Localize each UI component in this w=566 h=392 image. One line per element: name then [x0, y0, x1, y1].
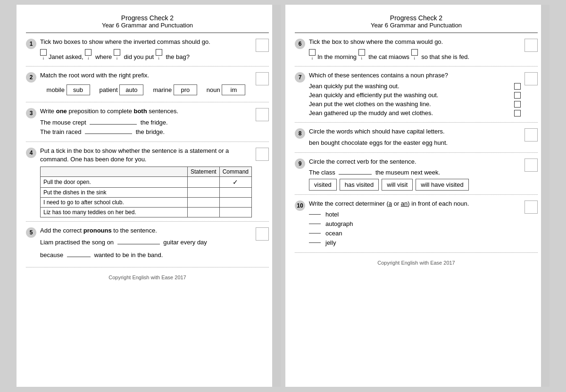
q6-cb3[interactable]: ↓ — [411, 49, 418, 60]
q9-opt2[interactable]: has visited — [340, 179, 379, 191]
table-row: Pull the door open. ✓ — [41, 176, 252, 187]
q2-word2: patient — [100, 86, 118, 93]
q10-noun4: jelly — [325, 239, 336, 246]
q9-opt3[interactable]: will visit — [382, 179, 413, 191]
page-2: Progress Check 2 Year 6 Grammar and Punc… — [285, 5, 549, 387]
q1-text: Tick two boxes to show where the inverte… — [40, 38, 252, 46]
q10-content: Write the correct determiner (a or an) i… — [309, 200, 521, 249]
q5-score — [256, 227, 269, 241]
question-1: 1 Tick two boxes to show where the inver… — [26, 38, 269, 67]
q4-content: Put a tick in the box to show whether th… — [40, 147, 252, 217]
q2-content: Match the root word with the right prefi… — [40, 71, 252, 98]
q10-number: 10 — [295, 200, 305, 211]
q10-row4: jelly — [309, 239, 521, 246]
question-3: 3 Write one preposition to complete both… — [26, 107, 269, 142]
table-row: Put the dishes in the sink — [41, 187, 252, 197]
q6-number: 6 — [295, 39, 305, 49]
q5-s2: because wanted to be in the band. — [40, 250, 252, 260]
q10-noun2: autograph — [325, 220, 353, 227]
q1-cb1[interactable]: ↓ — [40, 49, 47, 60]
q3-s1: The mouse crept the fridge. — [40, 119, 252, 126]
q2-words-row: mobile sub patient auto marine pro noun … — [40, 83, 252, 95]
q7-content: Which of these sentences contains a noun… — [309, 71, 521, 118]
q4-number: 4 — [26, 148, 36, 158]
q8-content: Circle the words which should have capit… — [309, 127, 521, 148]
q7-opt4-text: Jean gathered up the muddy and wet cloth… — [309, 109, 433, 117]
q7-number: 7 — [295, 72, 305, 83]
q3-score — [256, 108, 269, 121]
q7-opt2: Jean quickly and efficiently put the was… — [309, 92, 521, 99]
page-2-title: Progress Check 2 — [295, 14, 538, 22]
q5-s1: Liam practised the song on guitar every … — [40, 238, 252, 248]
q1-cb4[interactable]: ↓ — [156, 49, 162, 60]
q5-number: 5 — [26, 227, 36, 238]
q7-text: Which of these sentences contains a noun… — [309, 71, 521, 80]
question-7: 7 Which of these sentences contains a no… — [295, 71, 538, 123]
q9-number: 9 — [295, 158, 305, 169]
q7-opt2-text: Jean quickly and efficiently put the was… — [309, 92, 438, 99]
q10-text: Write the correct determiner (a or an) i… — [309, 200, 521, 208]
page-1-title: Progress Check 2 — [26, 14, 269, 22]
table-row: Liz has too many teddies on her bed. — [41, 207, 252, 217]
q4-row2-sentence: Put the dishes in the sink — [41, 187, 188, 197]
q2-col3: marine pro — [153, 83, 197, 95]
q1-cb3[interactable]: ↓ — [114, 49, 120, 60]
question-10: 10 Write the correct determiner (a or an… — [295, 200, 538, 253]
q4-table: Statement Command Pull the door open. ✓ … — [40, 167, 252, 217]
page-2-header: Progress Check 2 Year 6 Grammar and Punc… — [295, 14, 538, 33]
q2-word1: mobile — [47, 86, 65, 93]
q9-opt4[interactable]: will have visited — [416, 179, 468, 191]
page-1-header: Progress Check 2 Year 6 Grammar and Punc… — [26, 14, 269, 33]
q10-noun1: hotel — [325, 211, 339, 218]
q8-score — [524, 128, 538, 142]
q9-content: Circle the correct verb for the sentence… — [309, 158, 521, 191]
q3-content: Write one preposition to complete both s… — [40, 107, 252, 137]
q7-opt1-text: Jean quickly put the washing out. — [309, 83, 400, 90]
q1-cb1-box[interactable] — [40, 49, 47, 56]
q2-col2: patient auto — [100, 83, 144, 95]
q9-options: visited has visited will visit will have… — [309, 179, 521, 191]
q6-content: Tick the box to show where the comma wou… — [309, 38, 521, 62]
q3-number: 3 — [26, 108, 36, 118]
q2-prefix2: auto — [119, 84, 143, 95]
page2-copyright: Copyright English with Ease 2017 — [295, 260, 538, 266]
q2-word4: noun — [207, 86, 220, 93]
q4-th-statement: Statement — [187, 167, 219, 176]
q10-score — [524, 200, 538, 214]
q2-prefix3: pro — [174, 84, 197, 95]
q9-text: Circle the correct verb for the sentence… — [309, 158, 521, 166]
q1-content: Tick two boxes to show where the inverte… — [40, 38, 252, 62]
q6-cb1[interactable]: ↓ — [309, 49, 316, 60]
q1-number: 1 — [26, 39, 36, 49]
q10-row2: autograph — [309, 220, 521, 227]
q6-text: Tick the box to show where the comma wou… — [309, 38, 521, 46]
q10-row3: ocean — [309, 230, 521, 237]
q9-opt1[interactable]: visited — [309, 179, 337, 191]
q7-opt4: Jean gathered up the muddy and wet cloth… — [309, 109, 521, 117]
question-9: 9 Circle the correct verb for the senten… — [295, 158, 538, 195]
question-4: 4 Put a tick in the box to show whether … — [26, 147, 269, 222]
q1-score — [256, 39, 269, 52]
page2-scrollbar[interactable] — [541, 5, 549, 387]
q6-score — [524, 39, 538, 52]
q6-checkboxes: ↓ In the morning ↓ the cat miaows ↓ so t… — [309, 49, 521, 60]
q3-s2: The train raced the bridge. — [40, 128, 252, 135]
q5-text: Add the correct pronouns to the sentence… — [40, 226, 252, 235]
q1-cb2[interactable]: ↓ — [85, 49, 92, 60]
q2-col4: noun im — [207, 83, 246, 95]
q2-score — [256, 72, 269, 85]
q7-opt3: Jean put the wet clothes on the washing … — [309, 100, 521, 108]
q6-cb2[interactable]: ↓ — [358, 49, 365, 60]
q8-sentence: ben bought chocolate eggs for the easter… — [309, 139, 521, 146]
q2-number: 2 — [26, 72, 36, 83]
q1-checkboxes: ↓ Janet asked, ↓ where ↓ did you put ↓ — [40, 49, 252, 60]
page1-copyright: Copyright English with Ease 2017 — [26, 275, 269, 280]
q7-opt1: Jean quickly put the washing out. — [309, 83, 521, 90]
page-2-subtitle: Year 6 Grammar and Punctuation — [295, 22, 538, 29]
page1-scrollbar[interactable] — [272, 5, 281, 387]
page-1-subtitle: Year 6 Grammar and Punctuation — [26, 22, 269, 29]
question-6: 6 Tick the box to show where the comma w… — [295, 38, 538, 67]
question-2: 2 Match the root word with the right pre… — [26, 71, 269, 102]
q4-text: Put a tick in the box to show whether th… — [40, 147, 252, 164]
q3-text: Write one preposition to complete both s… — [40, 107, 252, 116]
